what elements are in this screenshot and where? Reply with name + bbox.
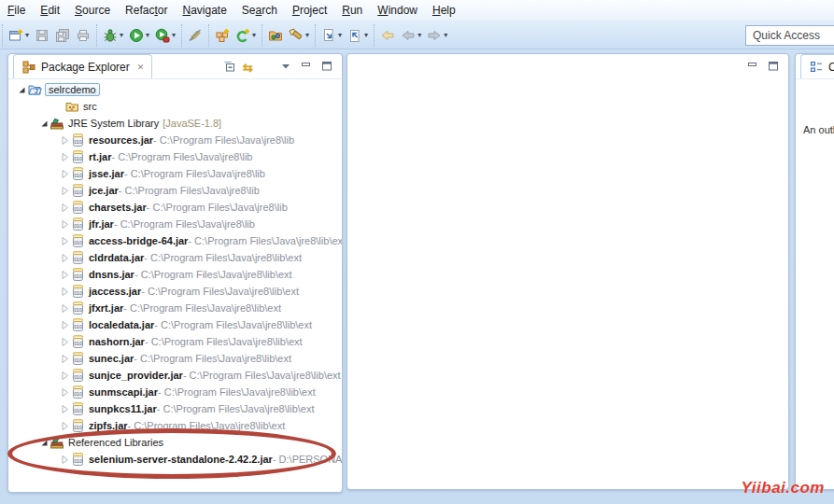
tree-row[interactable]: 010jfxrt.jar - C:\Program Files\Java\jre… bbox=[8, 300, 342, 316]
menu-project[interactable]: Project bbox=[285, 0, 334, 21]
menu-run[interactable]: Run bbox=[334, 0, 370, 21]
back-button[interactable]: ▾ bbox=[399, 26, 423, 45]
dropdown-caret-icon[interactable]: ▾ bbox=[172, 28, 176, 43]
tree-row[interactable]: 010sunmscapi.jar - C:\Program Files\Java… bbox=[8, 384, 342, 400]
editor-area[interactable] bbox=[346, 53, 789, 490]
expander-collapsed-icon[interactable] bbox=[59, 353, 70, 364]
expander-collapsed-icon[interactable] bbox=[59, 286, 70, 297]
tree-row[interactable]: 010zipfs.jar - C:\Program Files\Java\jre… bbox=[8, 417, 342, 434]
run-button[interactable]: ▾ bbox=[127, 26, 151, 45]
dropdown-caret-icon[interactable]: ▾ bbox=[444, 28, 447, 43]
last-edit-location-button[interactable] bbox=[378, 26, 397, 45]
expander-collapsed-icon[interactable] bbox=[59, 403, 70, 414]
tree-row[interactable]: 010selenium-server-standalone-2.42.2.jar… bbox=[8, 451, 342, 468]
menu-search[interactable]: Search bbox=[234, 0, 285, 21]
quick-access-input[interactable]: Quick Access bbox=[745, 25, 834, 46]
view-menu-button[interactable] bbox=[278, 59, 293, 74]
tree-row[interactable]: 010charsets.jar - C:\Program Files\Java\… bbox=[8, 199, 342, 216]
menu-window[interactable]: Window bbox=[370, 0, 425, 21]
menu-refactor[interactable]: Refactor bbox=[118, 0, 175, 21]
expander-expanded-icon[interactable] bbox=[38, 118, 49, 129]
outline-header: Outline bbox=[796, 54, 834, 79]
menu-navigate[interactable]: Navigate bbox=[175, 0, 233, 21]
toggle-mark-occurrences-button[interactable] bbox=[186, 26, 205, 45]
tree-row[interactable]: Jselrcdemo bbox=[8, 81, 342, 98]
expander-expanded-icon[interactable] bbox=[38, 437, 49, 448]
maximize-button[interactable] bbox=[319, 59, 334, 74]
tree-row[interactable]: 010rt.jar - C:\Program Files\Java\jre8\l… bbox=[8, 148, 342, 165]
tree-row[interactable]: 010sunjce_provider.jar - C:\Program File… bbox=[8, 367, 342, 384]
expander-collapsed-icon[interactable] bbox=[59, 168, 70, 179]
tab-outline[interactable]: Outline bbox=[800, 54, 834, 78]
maximize-button[interactable] bbox=[766, 59, 781, 74]
menu-file[interactable]: File bbox=[0, 0, 33, 21]
close-icon[interactable]: ✕ bbox=[137, 63, 145, 72]
tree-row[interactable]: 010jfr.jar - C:\Program Files\Java\jre8\… bbox=[8, 216, 342, 232]
expander-collapsed-icon[interactable] bbox=[59, 386, 70, 398]
expander-collapsed-icon[interactable] bbox=[59, 269, 70, 280]
dropdown-caret-icon[interactable]: ▾ bbox=[146, 28, 149, 43]
tree-row[interactable]: 010jaccess.jar - C:\Program Files\Java\j… bbox=[8, 283, 342, 300]
tree-row[interactable]: Referenced Libraries bbox=[8, 434, 342, 451]
menubar: FileEditSourceRefactorNavigateSearchProj… bbox=[0, 0, 834, 21]
next-annotation-button[interactable]: ▾ bbox=[319, 26, 344, 45]
tree-item-label: sunpkcs11.jar bbox=[89, 403, 157, 414]
expander-collapsed-icon[interactable] bbox=[59, 252, 70, 263]
expander-collapsed-icon[interactable] bbox=[59, 134, 70, 146]
expander-collapsed-icon[interactable] bbox=[59, 202, 70, 213]
expander-collapsed-icon[interactable] bbox=[59, 420, 70, 431]
expander-collapsed-icon[interactable] bbox=[59, 218, 70, 230]
link-with-editor-button[interactable]: ⇆ bbox=[243, 59, 258, 74]
minimize-button[interactable] bbox=[299, 59, 314, 74]
tree-row[interactable]: 010dnsns.jar - C:\Program Files\Java\jre… bbox=[8, 266, 342, 283]
expander-collapsed-icon[interactable] bbox=[59, 336, 70, 347]
dropdown-caret-icon[interactable]: ▾ bbox=[252, 28, 256, 43]
run-external-tools-button[interactable]: ▾ bbox=[153, 26, 177, 45]
expander-collapsed-icon[interactable] bbox=[59, 319, 70, 330]
expander-collapsed-icon[interactable] bbox=[59, 185, 70, 196]
new-java-project-button[interactable] bbox=[213, 26, 232, 45]
tree-row[interactable]: JRE System Library[JavaSE-1.8] bbox=[8, 115, 342, 132]
tree-row[interactable]: src bbox=[8, 98, 342, 115]
tree-row[interactable]: 010localedata.jar - C:\Program Files\Jav… bbox=[8, 316, 342, 333]
dropdown-caret-icon[interactable]: ▾ bbox=[364, 28, 368, 43]
save-all-button[interactable] bbox=[53, 26, 72, 45]
tree-item-path: - D:\PERSONA bbox=[273, 454, 342, 465]
expander-expanded-icon[interactable] bbox=[16, 84, 27, 95]
expander-collapsed-icon[interactable] bbox=[59, 454, 70, 465]
svg-text:010: 010 bbox=[74, 206, 82, 212]
tree-item-label: resources.jar bbox=[89, 134, 153, 146]
tree-row[interactable]: 010access-bridge-64.jar - C:\Program Fil… bbox=[8, 232, 342, 249]
new-wizard-button[interactable]: ▾ bbox=[7, 26, 31, 45]
dropdown-caret-icon[interactable]: ▾ bbox=[120, 28, 123, 43]
save-button[interactable] bbox=[33, 26, 51, 45]
forward-button[interactable]: ▾ bbox=[425, 26, 449, 45]
dropdown-caret-icon[interactable]: ▾ bbox=[305, 28, 309, 43]
tree-row[interactable]: 010nashorn.jar - C:\Program Files\Java\j… bbox=[8, 333, 342, 350]
previous-annotation-button[interactable]: ▾ bbox=[346, 26, 370, 45]
menu-source[interactable]: Source bbox=[67, 0, 118, 21]
search-button[interactable]: ▾ bbox=[287, 26, 311, 45]
menu-edit[interactable]: Edit bbox=[33, 0, 67, 21]
expander-collapsed-icon[interactable] bbox=[59, 235, 70, 246]
expander-collapsed-icon[interactable] bbox=[59, 302, 70, 314]
tab-package-explorer[interactable]: Package Explorer ✕ bbox=[13, 54, 152, 78]
dropdown-caret-icon[interactable]: ▾ bbox=[338, 28, 342, 43]
minimize-button[interactable] bbox=[745, 59, 760, 74]
tree-row[interactable]: 010cldrdata.jar - C:\Program Files\Java\… bbox=[8, 249, 342, 266]
dropdown-caret-icon[interactable]: ▾ bbox=[417, 28, 421, 43]
tree-row[interactable]: 010jce.jar - C:\Program Files\Java\jre8\… bbox=[8, 182, 342, 199]
debug-button[interactable]: ▾ bbox=[101, 26, 125, 45]
collapse-all-button[interactable] bbox=[222, 59, 237, 74]
tree-row[interactable]: 010jsse.jar - C:\Program Files\Java\jre8… bbox=[8, 165, 342, 182]
expander-collapsed-icon[interactable] bbox=[59, 151, 70, 162]
expander-collapsed-icon[interactable] bbox=[59, 370, 70, 381]
tree-row[interactable]: 010sunpkcs11.jar - C:\Program Files\Java… bbox=[8, 400, 342, 417]
new-class-button[interactable]: ▾ bbox=[233, 26, 258, 45]
menu-help[interactable]: Help bbox=[425, 0, 463, 21]
print-button[interactable] bbox=[74, 26, 92, 45]
tree-row[interactable]: 010resources.jar - C:\Program Files\Java… bbox=[8, 132, 342, 148]
dropdown-caret-icon[interactable]: ▾ bbox=[25, 28, 29, 43]
tree-row[interactable]: 010sunec.jar - C:\Program Files\Java\jre… bbox=[8, 350, 342, 367]
open-type-button[interactable] bbox=[266, 26, 285, 45]
